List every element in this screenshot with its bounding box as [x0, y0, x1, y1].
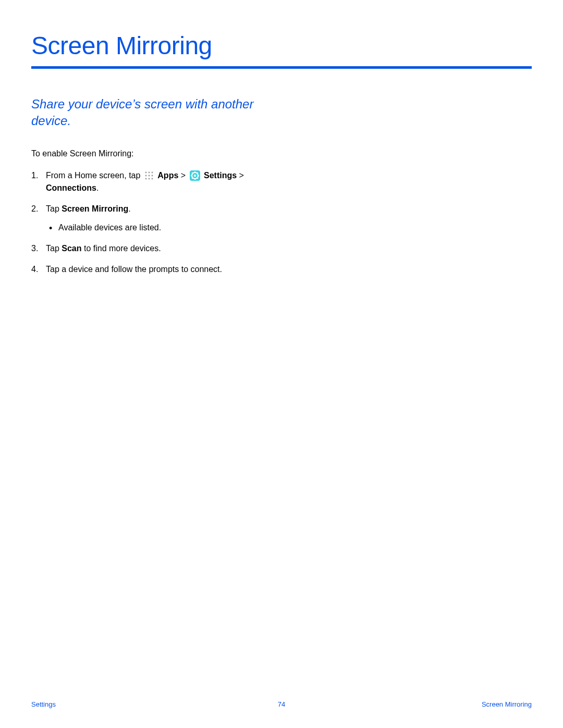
step-3-suffix: to find more devices. — [82, 244, 161, 253]
svg-point-7 — [148, 178, 150, 179]
svg-point-3 — [145, 175, 146, 176]
step-2: Tap Screen Mirroring. Available devices … — [31, 203, 276, 234]
intro-text: To enable Screen Mirroring: — [31, 147, 276, 160]
apps-label: Apps — [157, 171, 178, 180]
apps-grid-icon — [144, 171, 154, 180]
connections-label: Connections — [46, 183, 96, 192]
step-3: Tap Scan to find more devices. — [31, 242, 276, 255]
step-1-prefix: From a Home screen, tap — [46, 171, 143, 180]
svg-point-4 — [148, 175, 150, 176]
svg-line-17 — [197, 177, 198, 178]
svg-point-11 — [193, 174, 195, 176]
settings-label: Settings — [204, 171, 237, 180]
step-1-end: . — [96, 183, 99, 192]
steps-list: From a Home screen, tap Apps > — [31, 169, 276, 276]
svg-point-5 — [151, 175, 153, 176]
step-2-end: . — [128, 204, 130, 213]
svg-point-2 — [151, 171, 153, 173]
sep-1: > — [181, 171, 188, 180]
svg-line-18 — [192, 177, 193, 178]
footer-left: Settings — [31, 700, 56, 708]
title-rule — [31, 66, 532, 69]
sep-2: > — [239, 171, 244, 180]
svg-point-0 — [145, 171, 146, 173]
svg-point-6 — [145, 178, 146, 179]
settings-gear-icon — [190, 170, 200, 181]
svg-line-19 — [197, 172, 198, 174]
page-subtitle: Share your device’s screen with another … — [31, 96, 271, 130]
step-2-prefix: Tap — [46, 204, 62, 213]
step-2-bullet: Available devices are listed. — [46, 221, 276, 234]
page: Screen Mirroring Share your device’s scr… — [0, 0, 563, 728]
svg-point-8 — [151, 178, 153, 179]
footer-right: Screen Mirroring — [482, 700, 532, 708]
step-1: From a Home screen, tap Apps > — [31, 169, 276, 194]
screen-mirroring-label: Screen Mirroring — [62, 204, 128, 213]
content: To enable Screen Mirroring: From a Home … — [31, 147, 276, 276]
svg-line-16 — [192, 172, 193, 174]
svg-point-1 — [148, 171, 150, 173]
step-3-prefix: Tap — [46, 244, 62, 253]
footer: Settings 74 Screen Mirroring — [0, 700, 563, 708]
step-4: Tap a device and follow the prompts to c… — [31, 263, 276, 276]
step-2-bullets: Available devices are listed. — [46, 221, 276, 234]
scan-label: Scan — [62, 244, 81, 253]
page-title: Screen Mirroring — [31, 31, 532, 60]
footer-page-number: 74 — [278, 700, 285, 708]
